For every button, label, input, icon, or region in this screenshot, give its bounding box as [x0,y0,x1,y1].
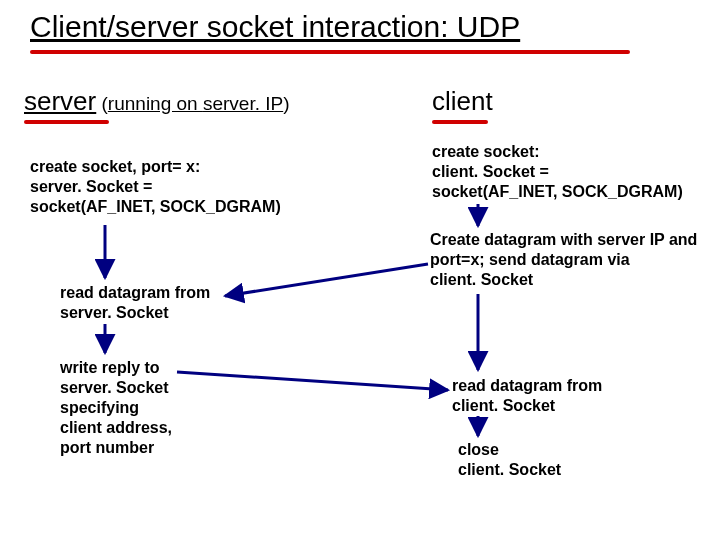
line: server. Socket [60,303,280,323]
line: socket(AF_INET, SOCK_DGRAM) [432,182,702,202]
server-heading: server (running on server. IP) [24,86,290,117]
line: server. Socket [60,378,280,398]
line: client. Socket = [432,162,702,182]
line: read datagram from [452,376,672,396]
line: write reply to [60,358,280,378]
line: server. Socket = [30,177,340,197]
line: client address, [60,418,280,438]
client-close-socket-step: close client. Socket [458,440,678,480]
server-create-socket-step: create socket, port= x: server. Socket =… [30,157,340,217]
line: port number [60,438,280,458]
client-read-datagram-step: read datagram from client. Socket [452,376,672,416]
slide-title: Client/server socket interaction: UDP [30,10,520,44]
paren-open: ( [96,93,108,114]
client-heading: client [432,86,493,117]
running-on: running on [108,93,203,114]
server-ip: server. IP [203,93,283,114]
line: create socket, port= x: [30,157,340,177]
line: read datagram from [60,283,280,303]
server-read-datagram-step: read datagram from server. Socket [60,283,280,323]
line: port=x; send datagram via [430,250,710,270]
client-red-underline [432,120,488,124]
paren-close: ) [283,93,289,114]
client-send-datagram-step: Create datagram with server IP and port=… [430,230,710,290]
line: client. Socket [430,270,710,290]
line: specifying [60,398,280,418]
server-write-reply-step: write reply to server. Socket specifying… [60,358,280,458]
line: create socket: [432,142,702,162]
line: client. Socket [452,396,672,416]
line: socket(AF_INET, SOCK_DGRAM) [30,197,340,217]
server-heading-main: server [24,86,96,116]
line: Create datagram with server IP and [430,230,710,250]
line: client. Socket [458,460,678,480]
line: close [458,440,678,460]
client-create-socket-step: create socket: client. Socket = socket(A… [432,142,702,202]
server-red-underline [24,120,109,124]
title-underline [30,50,630,54]
